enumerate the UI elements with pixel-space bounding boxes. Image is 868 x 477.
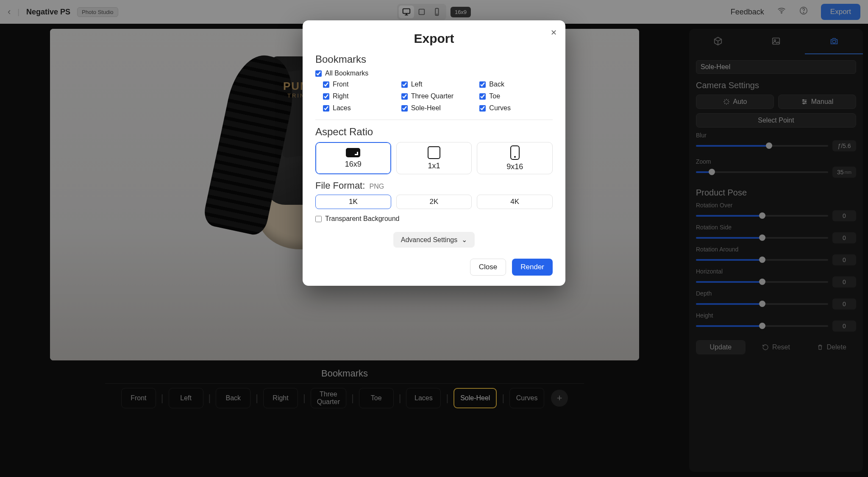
aspect-label: 16x9 [345, 160, 362, 169]
close-button[interactable]: Close [470, 259, 506, 276]
landscape-icon [346, 148, 360, 157]
all-bookmarks-input[interactable] [315, 70, 322, 77]
bookmark-checkbox-label: Left [411, 81, 423, 88]
export-dialog: ✕ Export Bookmarks All Bookmarks FrontLe… [303, 20, 565, 286]
aspect-label: 1x1 [428, 162, 440, 170]
all-bookmarks-checkbox[interactable]: All Bookmarks [315, 70, 553, 77]
render-button[interactable]: Render [512, 259, 553, 276]
aspect-9x16[interactable]: 9x16 [477, 142, 553, 174]
transparent-bg-input[interactable] [315, 216, 322, 222]
bookmark-checkbox-label: Back [489, 81, 504, 88]
resolution-1k[interactable]: 1K [315, 195, 391, 209]
bookmark-checkbox-label: Curves [489, 104, 511, 112]
chevron-down-icon: ⌄ [462, 236, 467, 244]
aspect-1x1[interactable]: 1x1 [396, 142, 472, 174]
all-bookmarks-label: All Bookmarks [325, 70, 368, 77]
bookmark-checkbox-input[interactable] [401, 81, 408, 88]
advanced-settings-button[interactable]: Advanced Settings ⌄ [393, 232, 475, 248]
bookmark-checkbox[interactable]: Right [323, 92, 396, 100]
aspect-label: 9x16 [506, 162, 523, 171]
bookmark-checkbox[interactable]: Front [323, 81, 396, 88]
bookmark-checkbox-label: Laces [333, 104, 351, 112]
file-format-label: File Format: [315, 180, 365, 191]
resolution-2k[interactable]: 2K [396, 195, 472, 209]
bookmark-checkbox-label: Front [333, 81, 348, 88]
square-icon [428, 146, 440, 159]
bookmark-checkbox-label: Toe [489, 92, 500, 100]
file-format-value: PNG [369, 183, 384, 190]
bookmark-checkbox[interactable]: Laces [323, 104, 396, 112]
portrait-phone-icon [510, 145, 520, 160]
bookmark-checkbox-input[interactable] [323, 93, 329, 100]
bookmark-checkbox[interactable]: Sole-Heel [401, 104, 475, 112]
advanced-label: Advanced Settings [401, 236, 457, 244]
bookmark-checkbox-label: Sole-Heel [411, 104, 441, 112]
bookmark-checkbox-label: Three Quarter [411, 92, 453, 100]
bookmark-checkbox[interactable]: Three Quarter [401, 92, 475, 100]
transparent-bg-label: Transparent Background [325, 215, 400, 223]
bookmark-checkbox-input[interactable] [323, 105, 329, 112]
bookmark-checkbox[interactable]: Left [401, 81, 475, 88]
close-icon[interactable]: ✕ [551, 28, 557, 37]
resolution-4k[interactable]: 4K [477, 195, 553, 209]
bookmark-checkbox[interactable]: Curves [479, 104, 553, 112]
bookmark-checkbox-input[interactable] [401, 105, 408, 112]
export-title: Export [315, 31, 553, 46]
bookmark-checkbox-input[interactable] [323, 81, 329, 88]
bookmarks-section-heading: Bookmarks [315, 53, 553, 65]
bookmark-checkbox-input[interactable] [479, 93, 486, 100]
divider [315, 120, 553, 120]
bookmark-checkbox-input[interactable] [479, 105, 486, 112]
bookmark-checkbox[interactable]: Back [479, 81, 553, 88]
aspect-16x9[interactable]: 16x9 [315, 142, 391, 174]
file-format-row: File Format: PNG [315, 180, 553, 191]
bookmark-checkbox-input[interactable] [401, 93, 408, 100]
bookmark-checkbox-label: Right [333, 92, 348, 100]
transparent-bg-checkbox[interactable]: Transparent Background [315, 215, 553, 223]
bookmark-checkbox-input[interactable] [479, 81, 486, 88]
bookmark-checkbox[interactable]: Toe [479, 92, 553, 100]
aspect-ratio-heading: Aspect Ratio [315, 126, 553, 138]
